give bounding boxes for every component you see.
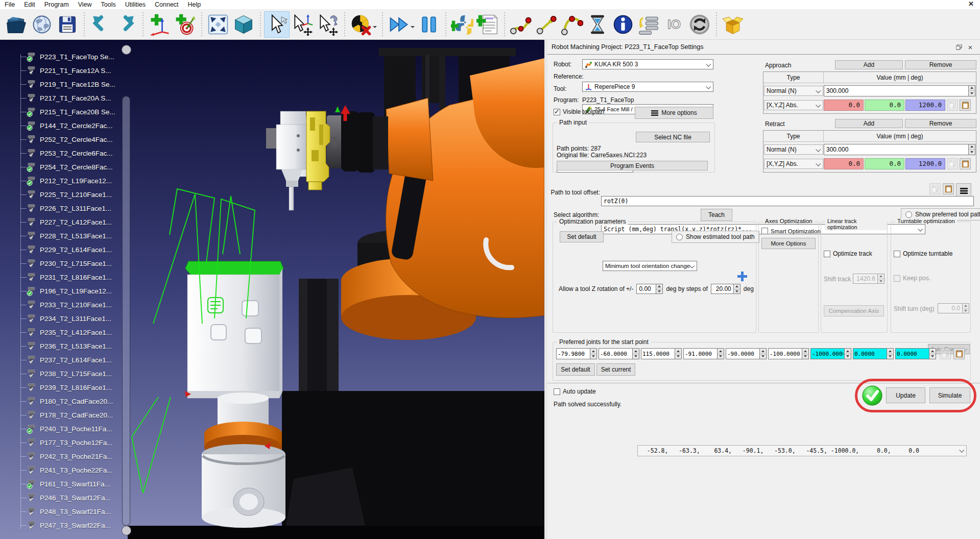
move-linear-instruction-button[interactable] <box>534 11 559 38</box>
panel-close-button[interactable]: × <box>965 42 976 52</box>
joint-8-input[interactable] <box>853 348 887 359</box>
joint-1-spinbox[interactable] <box>556 348 597 359</box>
joint-9-input[interactable] <box>895 348 929 359</box>
fast-simulation-button[interactable] <box>386 11 412 38</box>
tree-item[interactable]: P247_T3_Swarf22Fa... <box>0 519 128 532</box>
retract-z-field[interactable]: 1200.0 <box>905 158 945 169</box>
tree-item[interactable]: P161_T3_Swarf11Fa... <box>0 477 128 491</box>
more-options-button[interactable]: More options <box>635 107 713 119</box>
approach-z-field[interactable]: 1200.0 <box>905 100 945 111</box>
joint-5-input[interactable] <box>726 348 759 359</box>
reference-combo[interactable]: ReperePiece 9 <box>582 82 713 92</box>
joints-set-default-button[interactable]: Set default <box>556 363 595 376</box>
wait-instruction-button[interactable] <box>585 11 610 38</box>
joint-6-spinbox[interactable] <box>768 348 809 359</box>
tree-item[interactable]: P238_T2_L715Face1... <box>0 367 128 381</box>
tree-item[interactable]: P230_T2_L715Face1... <box>0 257 128 271</box>
tree-item[interactable]: P225_T2_L210Face1... <box>0 188 128 202</box>
select-nc-file-button[interactable]: Select NC file <box>636 132 710 142</box>
menu-tools[interactable]: Tools <box>97 1 121 9</box>
teach-button[interactable]: Teach <box>701 209 732 221</box>
retract-copy-button[interactable] <box>947 158 958 169</box>
tree-scrollbar-top-cap[interactable] <box>122 45 131 55</box>
menu-edit[interactable]: Edit <box>19 1 40 9</box>
retract-type1-combo[interactable]: Normal (N) <box>764 144 823 155</box>
open-library-button[interactable] <box>29 11 55 38</box>
tree-scrollbar-bottom-cap[interactable] <box>122 526 131 535</box>
tree-item[interactable]: P235_T2_L412Face1... <box>0 326 128 339</box>
visible-toolpath-box[interactable] <box>554 109 560 115</box>
window-close-button[interactable]: ✕ <box>968 0 974 8</box>
z-step-spin[interactable] <box>711 284 740 294</box>
isometric-view-button[interactable] <box>231 11 256 38</box>
runtime-button[interactable] <box>687 11 712 38</box>
joint-4-spinbox[interactable] <box>683 348 724 359</box>
tree-item[interactable]: P215_T1_Face20B Se... <box>0 105 128 119</box>
joints-summary-combo[interactable]: -52.8, -63.3, 63.4, -90.1, -53.0, -45.5,… <box>637 445 967 456</box>
joint-3-spinbox[interactable] <box>641 348 682 359</box>
joint-7-spinbox[interactable] <box>810 348 851 359</box>
joints-copy-button[interactable] <box>940 348 951 359</box>
tree-item[interactable]: P237_T2_L614Face1... <box>0 353 128 367</box>
joints-paste-button[interactable] <box>953 348 965 359</box>
z-rotation-spin[interactable] <box>636 284 663 294</box>
message-instruction-button[interactable] <box>610 11 636 38</box>
tree-item[interactable]: P242_T3_Poche21Fa... <box>0 450 128 463</box>
joint-1-input[interactable] <box>556 348 590 359</box>
robot-combo[interactable]: KUKA KR 500 3 <box>582 59 713 69</box>
optimize-track-checkbox[interactable]: Optimize track <box>824 250 872 257</box>
joint-9-spinbox[interactable] <box>895 348 936 359</box>
show-estimated-toolpath-radio[interactable]: Show estimated tool path <box>672 231 759 243</box>
joint-8-spinbox[interactable] <box>853 348 894 359</box>
keep-pos-checkbox[interactable]: Keep pos. <box>894 275 930 282</box>
retract-paste-button[interactable] <box>960 158 971 169</box>
tree-item[interactable]: P221_T1_Face12A S... <box>0 64 128 78</box>
add-target-button[interactable] <box>172 11 198 38</box>
menu-help[interactable]: Help <box>183 1 206 9</box>
shift-turn-input[interactable] <box>938 303 962 313</box>
tree-item[interactable]: P233_T2_L210Face1... <box>0 298 128 312</box>
move-joint-instruction-button[interactable] <box>508 11 534 38</box>
tree-item[interactable]: P234_T2_L311Face1... <box>0 312 128 326</box>
retract-remove-button[interactable]: Remove <box>905 119 976 128</box>
tree-item[interactable]: P228_T2_L513Face1... <box>0 229 128 243</box>
pause-button[interactable] <box>416 11 442 38</box>
retract-normal-input[interactable] <box>824 144 968 155</box>
menu-connect[interactable]: Connect <box>150 1 183 9</box>
simulation-speed-caret[interactable] <box>411 26 415 30</box>
offset-paste-button[interactable] <box>943 183 954 194</box>
open-file-button[interactable] <box>4 11 29 38</box>
retract-value1-spin[interactable] <box>824 144 975 155</box>
tree-item[interactable]: P241_T3_Poche22Fa... <box>0 463 128 477</box>
add-reference-frame-button[interactable] <box>147 11 172 38</box>
tree-item[interactable]: P196_T2_L19Face12... <box>0 284 128 298</box>
offset-expression-input[interactable] <box>601 196 974 206</box>
visible-toolpath-checkbox[interactable]: Visible toolpath <box>554 108 604 115</box>
tree-item[interactable]: P217_T1_Face20A S... <box>0 91 128 105</box>
auto-update-checkbox[interactable]: Auto update <box>554 388 596 395</box>
3d-viewport[interactable]: P223_T1_FaceTop Se...P221_T1_Face12A S..… <box>0 40 544 539</box>
approach-paste-button[interactable] <box>960 100 971 111</box>
joint-5-spinbox[interactable] <box>726 348 767 359</box>
offset-copy-button[interactable] <box>929 183 941 194</box>
tree-item[interactable]: P227_T2_L412Face1... <box>0 215 128 229</box>
retract-y-field[interactable]: 0.0 <box>865 158 904 169</box>
undo-button[interactable] <box>88 11 113 38</box>
z-rotation-input[interactable] <box>636 284 656 294</box>
menu-view[interactable]: View <box>74 1 97 9</box>
fit-view-button[interactable] <box>205 11 231 38</box>
approach-y-field[interactable]: 0.0 <box>865 100 904 111</box>
add-program-button[interactable] <box>475 11 500 38</box>
tree-item[interactable]: P239_T2_L816Face1... <box>0 381 128 395</box>
export-button[interactable] <box>720 11 746 38</box>
add-python-script-button[interactable] <box>449 11 475 38</box>
move-robot-button[interactable] <box>315 11 341 38</box>
panel-float-button[interactable] <box>953 42 965 52</box>
compensation-axis-button[interactable]: Compensation Axis <box>824 305 884 316</box>
approach-add-button[interactable]: Add <box>835 60 903 69</box>
io-instruction-button[interactable]: IO <box>661 11 687 38</box>
joint-6-input[interactable] <box>768 348 802 359</box>
tree-item[interactable]: P180_T2_CadFace20... <box>0 395 128 408</box>
approach-copy-button[interactable] <box>947 100 958 111</box>
approach-remove-button[interactable]: Remove <box>905 60 976 69</box>
